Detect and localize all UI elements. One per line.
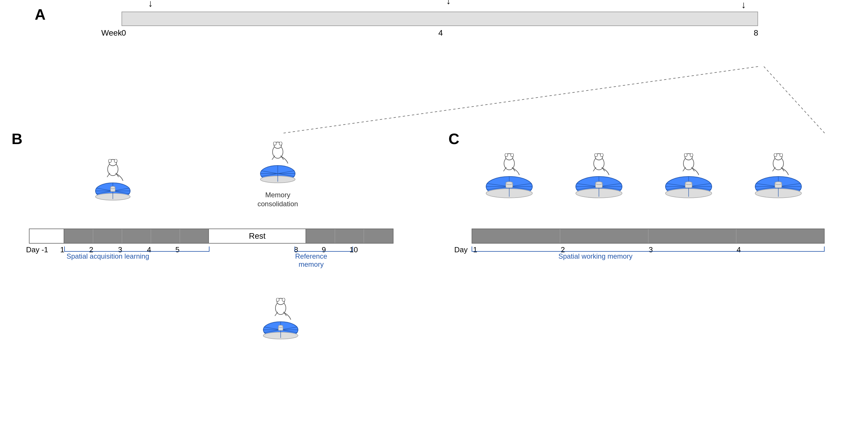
svg-point-71 [690, 153, 693, 157]
rat-platform-c2 [561, 153, 637, 201]
panel-label-b: B [11, 130, 23, 148]
svg-line-4 [107, 173, 110, 177]
bracket-c [472, 247, 825, 252]
bar-day1 [64, 229, 93, 243]
bracket-learning [64, 247, 210, 252]
svg-point-28 [276, 298, 279, 302]
svg-point-85 [780, 153, 783, 157]
annotation-sham: Sham or HFsurgery ↓ [122, 0, 179, 9]
week-4: 4 [438, 28, 443, 38]
reference-memory-label: Referencememory [295, 252, 327, 268]
spatial-acquisition-label: Spatial acquisition learning [66, 252, 149, 260]
rat-svg-memory [257, 142, 298, 188]
dotted-lines-canvas [0, 0, 868, 438]
svg-point-42 [505, 153, 508, 157]
svg-point-2 [108, 159, 112, 163]
svg-line-58 [593, 167, 596, 171]
memory-consolidation-label: Memoryconsolidation [257, 190, 298, 208]
bar-rest: Rest [209, 229, 306, 243]
rat-svg-c2 [561, 153, 637, 199]
bar-day-minus1 [30, 229, 64, 243]
svg-point-67 [595, 182, 602, 185]
timeline-bar-a [122, 11, 758, 26]
rat-svg-reference [260, 298, 301, 343]
svg-line-30 [275, 312, 278, 316]
svg-line-72 [683, 167, 686, 171]
bracket-memory-label: Referencememory [295, 252, 327, 269]
rat-svg-c1 [472, 153, 547, 199]
panel-label-c: C [448, 130, 460, 148]
timeline-b: Rest Day -1 1 2 3 4 5 8 9 10 [29, 228, 394, 257]
rat-platform-memory: Memoryconsolidation [257, 142, 298, 208]
svg-point-56 [595, 153, 597, 157]
svg-point-39 [278, 325, 283, 327]
svg-point-16 [273, 142, 276, 145]
rat-platform-reference [260, 298, 301, 344]
bar-c-day1 [472, 229, 560, 243]
bracket-learning-label: Spatial acquisition learning [66, 252, 149, 260]
bar-c-day2 [560, 229, 648, 243]
svg-point-13 [111, 186, 115, 189]
arrow-sham: ↓ [122, 0, 179, 9]
svg-line-86 [773, 167, 775, 171]
timeline-b-bar: Rest [29, 228, 394, 244]
bracket-memory [294, 247, 353, 252]
bar-day5 [180, 229, 209, 243]
annotation-echo4: Echocardiography ↓ [408, 0, 489, 6]
bar-day4 [151, 229, 180, 243]
timeline-c-bar [472, 228, 825, 244]
bar-c-day4 [736, 229, 824, 243]
day-label-c: Day [454, 245, 468, 254]
day-label-1: 1 [60, 245, 64, 254]
svg-line-44 [503, 167, 506, 171]
svg-point-81 [685, 182, 692, 185]
timeline-c: Day 1 2 3 4 Spatial working memory [472, 228, 825, 257]
bar-day2 [93, 229, 122, 243]
svg-point-57 [600, 153, 603, 157]
rat-platform-c3 [651, 153, 726, 201]
rat-platform-learning [93, 159, 133, 207]
panel-a: A Sham or HFsurgery ↓ Echocardiography ↓… [87, 6, 781, 28]
rat-svg-c3 [651, 153, 726, 199]
rat-svg-learning [93, 159, 133, 206]
rat-platform-c1 [472, 153, 547, 201]
bar-c-day3 [648, 229, 736, 243]
rest-label: Rest [249, 231, 266, 241]
svg-point-84 [774, 153, 777, 157]
svg-point-43 [511, 153, 514, 157]
panel-label-a: A [35, 6, 46, 23]
svg-point-17 [279, 142, 282, 145]
rat-svg-c4 [741, 153, 816, 199]
svg-line-18 [272, 156, 275, 160]
bar-day10 [364, 229, 393, 243]
week-label: Week [101, 28, 122, 38]
timeline-section-a: Sham or HFsurgery ↓ Echocardiography ↓ E… [122, 11, 781, 26]
day-label-minus1: Day -1 [26, 245, 48, 254]
bar-day8 [306, 229, 335, 243]
arrow-echo8: ↓ [689, 0, 799, 10]
bar-day9 [335, 229, 364, 243]
annotation-echo8: EchocardiographyArterial dopplerMorris w… [689, 0, 799, 10]
svg-point-53 [506, 182, 513, 185]
week-0: 0 [122, 28, 126, 38]
spatial-working-label: Spatial working memory [558, 252, 632, 260]
rat-platform-c4 [741, 153, 816, 201]
svg-point-95 [775, 182, 782, 185]
svg-point-3 [114, 159, 117, 163]
bracket-c-label: Spatial working memory [558, 252, 632, 260]
svg-point-29 [282, 298, 285, 302]
figure-container: A Sham or HFsurgery ↓ Echocardiography ↓… [0, 0, 868, 438]
svg-point-70 [684, 153, 687, 157]
arrow-echo4: ↓ [408, 0, 489, 6]
week-8: 8 [754, 28, 758, 38]
bar-day3 [122, 229, 151, 243]
